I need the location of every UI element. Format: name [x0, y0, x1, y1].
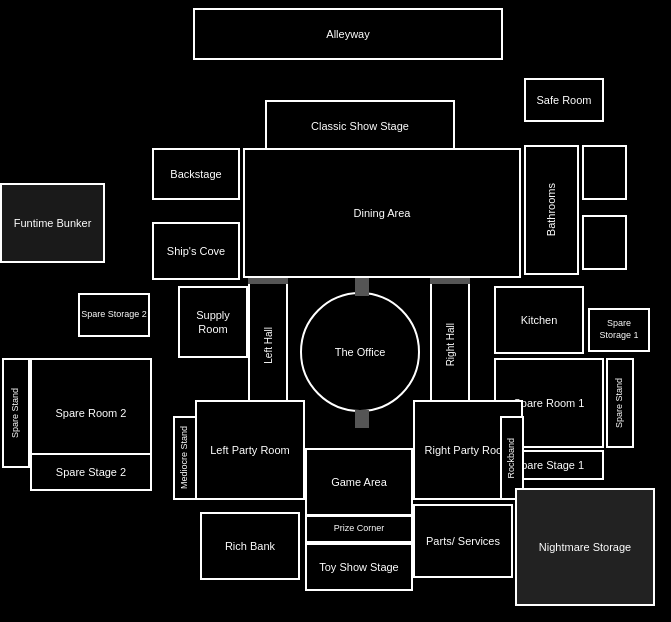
room-spare-room-2: Spare Room 2	[30, 358, 152, 468]
room-left-party-room: Left Party Room	[195, 400, 305, 500]
room-mediocre-stand: Mediocre Stand	[173, 416, 197, 500]
room-left-hall: Left Hall	[248, 280, 288, 410]
room-spare-stage-2: Spare Stage 2	[30, 453, 152, 491]
connector-top-office	[355, 278, 369, 296]
room-nightmare-storage: Nightmare Storage	[515, 488, 655, 606]
room-alleyway: Alleyway	[193, 8, 503, 60]
room-safe-room: Safe Room	[524, 78, 604, 122]
room-ships-cove: Ship's Cove	[152, 222, 240, 280]
room-rich-bank: Rich Bank	[200, 512, 300, 580]
room-toy-show-stage: Toy Show Stage	[305, 543, 413, 591]
room-kitchen: Kitchen	[494, 286, 584, 354]
map-container: Alleyway Classic Show Stage Safe Room Ba…	[0, 0, 671, 622]
room-supply-room: Supply Room	[178, 286, 248, 358]
room-dining-area: Dining Area	[243, 148, 521, 278]
connector-right-top	[430, 278, 470, 284]
room-bathrooms: Bathrooms	[524, 145, 579, 275]
room-bath-annex-top	[582, 145, 627, 200]
room-bath-annex-bottom	[582, 215, 627, 270]
room-backstage: Backstage	[152, 148, 240, 200]
room-spare-storage-2: Spare Storage 2	[78, 293, 150, 337]
room-prize-corner: Prize Corner	[305, 515, 413, 543]
room-game-area: Game Area	[305, 448, 413, 516]
room-parts-services: Parts/ Services	[413, 504, 513, 578]
connector-bottom-office	[355, 410, 369, 428]
room-funtime-bunker: Funtime Bunker	[0, 183, 105, 263]
room-spare-stand-right: Spare Stand	[606, 358, 634, 448]
room-classic-show-stage: Classic Show Stage	[265, 100, 455, 152]
room-spare-storage-1: Spare Storage 1	[588, 308, 650, 352]
room-the-office: The Office	[300, 292, 420, 412]
room-spare-stand-left: Spare Stand	[2, 358, 30, 468]
connector-left-top	[248, 278, 288, 284]
room-right-hall: Right Hall	[430, 280, 470, 410]
